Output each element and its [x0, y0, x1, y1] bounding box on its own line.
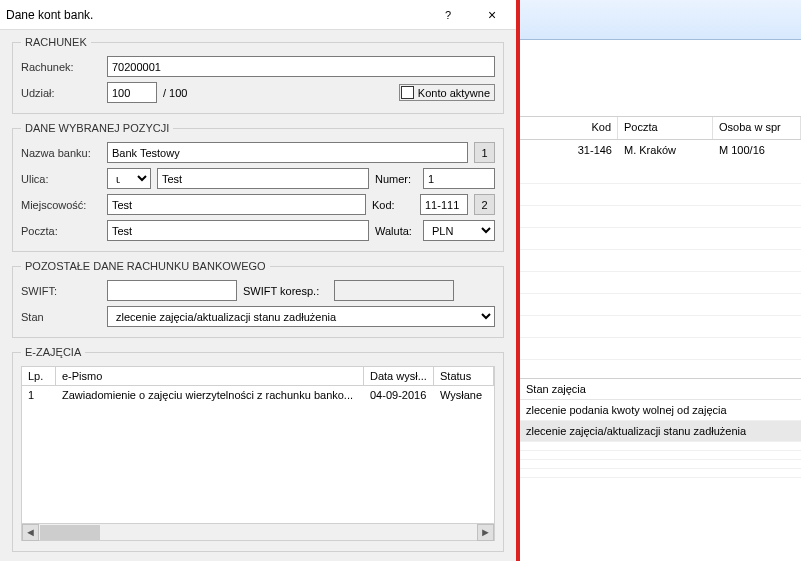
waluta-select[interactable]: PLN: [423, 220, 495, 241]
close-icon: ×: [488, 7, 496, 23]
col-epismo[interactable]: e-Pismo: [56, 367, 364, 385]
col-status[interactable]: Status: [434, 367, 494, 385]
kod-input[interactable]: [420, 194, 468, 215]
stan-zajecia-panel: Stan zajęcia zlecenie podania kwoty woln…: [520, 378, 801, 478]
pozostale-legend: POZOSTAŁE DANE RACHUNKU BANKOWEGO: [21, 260, 270, 272]
stan-zajecia-empty: [520, 442, 801, 451]
grid-header-row: Kod Poczta Osoba w spr: [520, 116, 801, 140]
miejscowosc-label: Miejscowość:: [21, 199, 101, 211]
ezajecia-hscrollbar[interactable]: ◄ ►: [22, 523, 494, 540]
swift-label: SWIFT:: [21, 285, 101, 297]
grid-cell-poczta: M. Kraków: [618, 140, 713, 162]
udzial-input[interactable]: [107, 82, 157, 103]
dialog-title: Dane kont bank.: [6, 8, 93, 22]
chevron-left-icon: ◄: [25, 526, 36, 538]
kod-lookup-button[interactable]: 2: [474, 194, 495, 215]
rachunek-label: Rachunek:: [21, 61, 101, 73]
cell-epismo: Zawiadomienie o zajęciu wierzytelności z…: [56, 386, 364, 404]
rachunek-panel: RACHUNEK Rachunek: Udział: / 100 Konto a…: [12, 36, 504, 114]
chevron-right-icon: ►: [480, 526, 491, 538]
grid-data-row[interactable]: 31-146 M. Kraków M 100/16: [520, 140, 801, 162]
help-button[interactable]: ?: [426, 1, 470, 29]
pozostale-panel: POZOSTAŁE DANE RACHUNKU BANKOWEGO SWIFT:…: [12, 260, 504, 338]
konto-aktywne-label: Konto aktywne: [418, 87, 490, 99]
stan-zajecia-empty: [520, 451, 801, 460]
dane-pozycji-legend: DANE WYBRANEJ POZYCJI: [21, 122, 173, 134]
waluta-label: Waluta:: [375, 225, 417, 237]
poczta-input[interactable]: [107, 220, 369, 241]
grid-head-poczta[interactable]: Poczta: [618, 117, 713, 139]
scroll-right-button[interactable]: ►: [477, 524, 494, 541]
help-icon: ?: [445, 9, 451, 21]
swift-koresp-label: SWIFT koresp.:: [243, 285, 328, 297]
ezajecia-row[interactable]: 1 Zawiadomienie o zajęciu wierzytelności…: [22, 386, 494, 404]
titlebar: Dane kont bank. ? ×: [0, 0, 516, 30]
background-top-band: [520, 0, 801, 40]
swift-input[interactable]: [107, 280, 237, 301]
stan-zajecia-header: Stan zajęcia: [520, 379, 801, 400]
stan-zajecia-empty: [520, 460, 801, 469]
ezajecia-header-row: Lp. e-Pismo Data wysł... Status: [22, 367, 494, 386]
rachunek-legend: RACHUNEK: [21, 36, 91, 48]
miejscowosc-input[interactable]: [107, 194, 366, 215]
scroll-left-button[interactable]: ◄: [22, 524, 39, 541]
udzial-suffix: / 100: [163, 87, 187, 99]
grid-cell-kod: 31-146: [520, 140, 618, 162]
nazwa-lookup-button[interactable]: 1: [474, 142, 495, 163]
numer-label: Numer:: [375, 173, 417, 185]
nazwa-banku-input[interactable]: [107, 142, 468, 163]
numer-input[interactable]: [423, 168, 495, 189]
stan-zajecia-empty: [520, 469, 801, 478]
rachunek-input[interactable]: [107, 56, 495, 77]
swift-koresp-input[interactable]: [334, 280, 454, 301]
cell-status: Wysłane: [434, 386, 494, 404]
grid-head-osoba[interactable]: Osoba w spr: [713, 117, 801, 139]
col-data[interactable]: Data wysł...: [364, 367, 434, 385]
cell-lp: 1: [22, 386, 56, 404]
dialog-dane-kont-bank: Dane kont bank. ? × RACHUNEK Rachunek: U…: [0, 0, 520, 561]
grid-empty-lines: [520, 162, 801, 378]
close-button[interactable]: ×: [470, 1, 514, 29]
ulica-input[interactable]: [157, 168, 369, 189]
checkbox-box-icon: [401, 86, 414, 99]
poczta-label: Poczta:: [21, 225, 101, 237]
udzial-label: Udział:: [21, 87, 101, 99]
stan-label: Stan: [21, 311, 101, 323]
ezajecia-legend: E-ZAJĘCIA: [21, 346, 85, 358]
ezajecia-panel: E-ZAJĘCIA Lp. e-Pismo Data wysł... Statu…: [12, 346, 504, 552]
grid-head-kod[interactable]: Kod: [520, 117, 618, 139]
ulica-label: Ulica:: [21, 173, 101, 185]
scroll-thumb[interactable]: [40, 525, 100, 540]
konto-aktywne-checkbox[interactable]: Konto aktywne: [399, 84, 495, 101]
grid-cell-osoba: M 100/16: [713, 140, 801, 162]
stan-select[interactable]: zlecenie zajęcia/aktualizacji stanu zadł…: [107, 306, 495, 327]
col-lp[interactable]: Lp.: [22, 367, 56, 385]
ulica-type-select[interactable]: ul.: [107, 168, 151, 189]
nazwa-banku-label: Nazwa banku:: [21, 147, 101, 159]
stan-zajecia-item-selected[interactable]: zlecenie zajęcia/aktualizacji stanu zadł…: [520, 421, 801, 442]
ezajecia-table: Lp. e-Pismo Data wysł... Status 1 Zawiad…: [21, 366, 495, 541]
kod-label: Kod:: [372, 199, 414, 211]
background-panel: Kod Poczta Osoba w spr 31-146 M. Kraków …: [520, 0, 801, 561]
stan-zajecia-item[interactable]: zlecenie podania kwoty wolnej od zajęcia: [520, 400, 801, 421]
cell-data: 04-09-2016: [364, 386, 434, 404]
dane-pozycji-panel: DANE WYBRANEJ POZYCJI Nazwa banku: 1 Uli…: [12, 122, 504, 252]
